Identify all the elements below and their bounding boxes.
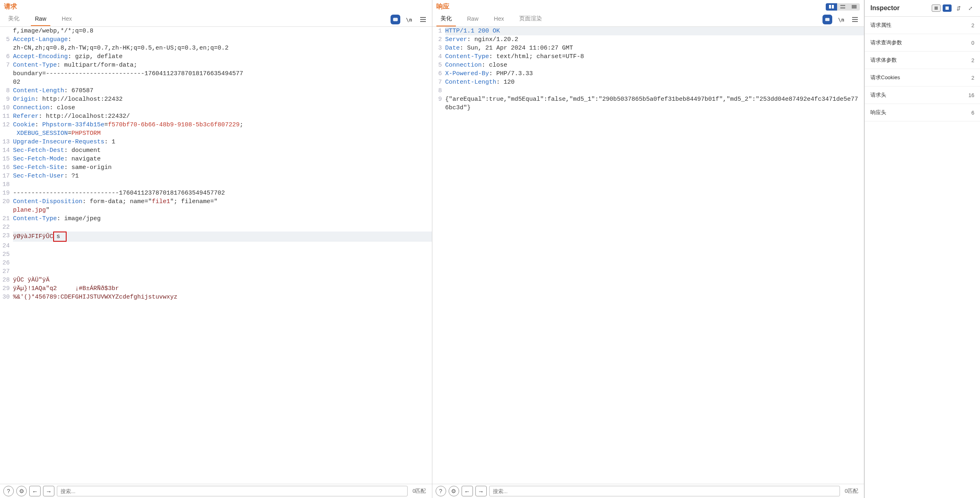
line-content: Cookie: Phpstorm-33f4b15e=f570bf70-6b66-… bbox=[13, 121, 432, 129]
code-line[interactable]: boundary=---------------------------1760… bbox=[0, 69, 432, 78]
request-tabs: 美化 Raw Hex \n bbox=[0, 13, 432, 27]
code-line[interactable]: 5Accept-Language: bbox=[0, 35, 432, 44]
line-number: 9 bbox=[432, 95, 445, 112]
line-number bbox=[0, 206, 13, 214]
code-line[interactable]: 19-----------------------------176041123… bbox=[0, 189, 432, 197]
help-icon[interactable]: ? bbox=[3, 486, 14, 496]
code-line[interactable]: 17Sec-Fetch-User: ?1 bbox=[0, 172, 432, 180]
code-line[interactable]: 25 bbox=[0, 250, 432, 259]
code-line[interactable]: 10Connection: close bbox=[0, 104, 432, 112]
code-line[interactable]: 5Connection: close bbox=[432, 61, 864, 69]
code-line[interactable]: 21Content-Type: image/jpeg bbox=[0, 214, 432, 223]
code-line[interactable]: 24 bbox=[0, 242, 432, 250]
code-line[interactable]: 23ÿØÿàJFIFÿÛCs bbox=[0, 232, 432, 242]
response-body[interactable]: 1HTTP/1.1 200 OK2Server: nginx/1.20.23Da… bbox=[432, 27, 864, 484]
tab-pretty[interactable]: 美化 bbox=[4, 13, 24, 26]
prev-icon[interactable]: ← bbox=[29, 486, 41, 496]
code-line[interactable]: 13Upgrade-Insecure-Requests: 1 bbox=[0, 138, 432, 146]
inspector-row[interactable]: 请求查询参数0 bbox=[865, 34, 980, 52]
code-line[interactable]: 30%&'()*456789:CDEFGHIJSTUVWXYZcdefghijs… bbox=[0, 293, 432, 301]
newline-toggle[interactable]: \n bbox=[404, 15, 414, 24]
next-icon[interactable]: → bbox=[43, 486, 54, 496]
code-line[interactable]: f,image/webp,*/*;q=0.8 bbox=[0, 27, 432, 35]
code-line[interactable]: zh-CN,zh;q=0.8,zh-TW;q=0.7,zh-HK;q=0.5,e… bbox=[0, 44, 432, 52]
code-line[interactable]: 16Sec-Fetch-Site: same-origin bbox=[0, 163, 432, 172]
code-line[interactable]: 7Content-Length: 120 bbox=[432, 78, 864, 87]
next-icon[interactable]: → bbox=[475, 486, 487, 496]
expand-icon[interactable]: ⇵ bbox=[954, 3, 963, 13]
svg-rect-4 bbox=[852, 5, 857, 9]
code-line[interactable]: 28ÿÛC ÿÀÜ"ÿÄ bbox=[0, 276, 432, 284]
help-icon[interactable]: ? bbox=[436, 486, 446, 496]
tab-hex[interactable]: Hex bbox=[490, 13, 508, 26]
request-search-input[interactable] bbox=[57, 486, 408, 496]
response-tab-tools: \n bbox=[822, 15, 860, 24]
code-line[interactable]: 18 bbox=[0, 180, 432, 189]
layout-rows-icon[interactable] bbox=[837, 3, 848, 11]
code-line[interactable]: 15Sec-Fetch-Mode: navigate bbox=[0, 155, 432, 163]
inspector-row[interactable]: 请求属性2 bbox=[865, 17, 980, 34]
view-columns-icon[interactable] bbox=[943, 4, 952, 12]
code-line[interactable]: 7Content-Type: multipart/form-data; bbox=[0, 61, 432, 69]
gear-icon[interactable]: ⚙ bbox=[16, 486, 27, 496]
action-icon[interactable] bbox=[822, 15, 832, 24]
tab-pretty[interactable]: 美化 bbox=[436, 13, 456, 26]
code-line[interactable]: 6Accept-Encoding: gzip, deflate bbox=[0, 52, 432, 61]
code-line[interactable]: 14Sec-Fetch-Dest: document bbox=[0, 146, 432, 155]
collapse-icon[interactable]: ⤢ bbox=[965, 3, 975, 13]
tab-render[interactable]: 页面渲染 bbox=[515, 13, 546, 26]
inspector-row[interactable]: 请求体参数2 bbox=[865, 52, 980, 69]
tab-raw[interactable]: Raw bbox=[31, 13, 50, 26]
code-line[interactable]: 2Server: nginx/1.20.2 bbox=[432, 35, 864, 44]
code-line[interactable]: 12Cookie: Phpstorm-33f4b15e=f570bf70-6b6… bbox=[0, 121, 432, 129]
prev-icon[interactable]: ← bbox=[462, 486, 473, 496]
code-line[interactable]: 02 bbox=[0, 78, 432, 87]
line-number bbox=[0, 27, 13, 35]
code-line[interactable]: 20Content-Disposition: form-data; name="… bbox=[0, 197, 432, 206]
code-line[interactable]: 8 bbox=[432, 87, 864, 95]
code-line[interactable]: 11Referer: http://localhost:22432/ bbox=[0, 112, 432, 121]
line-content: Content-Length: 670587 bbox=[13, 87, 432, 95]
code-line[interactable]: 27 bbox=[0, 267, 432, 276]
line-content: ÿØÿàJFIFÿÛCs bbox=[13, 232, 432, 242]
inspector-tools: ⇵ ⤢ bbox=[932, 3, 975, 13]
code-line[interactable]: 6X-Powered-By: PHP/7.3.33 bbox=[432, 69, 864, 78]
line-number: 6 bbox=[0, 52, 13, 61]
inspector-row[interactable]: 请求头16 bbox=[865, 87, 980, 104]
menu-icon[interactable] bbox=[418, 15, 428, 24]
inspector-row[interactable]: 请求Cookies2 bbox=[865, 69, 980, 87]
line-number: 5 bbox=[432, 61, 445, 69]
code-line[interactable]: 1HTTP/1.1 200 OK bbox=[432, 27, 864, 35]
menu-icon[interactable] bbox=[850, 15, 860, 24]
code-line[interactable]: 9{"areEqual":true,"md5Equal":false,"md5_… bbox=[432, 95, 864, 112]
inspector-row[interactable]: 响应头6 bbox=[865, 104, 980, 121]
code-line[interactable]: 3Date: Sun, 21 Apr 2024 11:06:27 GMT bbox=[432, 44, 864, 52]
code-line[interactable]: 29ÿÄµ}!1AQa"q2 ¡#B±ÁRÑð$3br bbox=[0, 284, 432, 293]
action-icon[interactable] bbox=[391, 15, 400, 24]
code-line[interactable]: plane.jpg" bbox=[0, 206, 432, 214]
tab-hex[interactable]: Hex bbox=[58, 13, 76, 26]
request-body[interactable]: f,image/webp,*/*;q=0.85Accept-Language:z… bbox=[0, 27, 432, 484]
line-number: 18 bbox=[0, 180, 13, 189]
inspector-panel: Inspector ⇵ ⤢ 请求属性2请求查询参数0请求体参数2请求Cookie… bbox=[864, 0, 980, 498]
code-line[interactable]: 26 bbox=[0, 259, 432, 267]
layout-columns-icon[interactable] bbox=[826, 3, 837, 11]
view-list-icon[interactable] bbox=[932, 4, 941, 12]
line-content: ÿÛC ÿÀÜ"ÿÄ bbox=[13, 276, 432, 284]
newline-toggle[interactable]: \n bbox=[836, 15, 846, 24]
tab-raw[interactable]: Raw bbox=[463, 13, 483, 26]
response-search-input[interactable] bbox=[489, 486, 840, 496]
code-line[interactable]: 22 bbox=[0, 223, 432, 232]
code-line[interactable]: XDEBUG_SESSION=PHPSTORM bbox=[0, 129, 432, 138]
line-number: 12 bbox=[0, 121, 13, 129]
gear-icon[interactable]: ⚙ bbox=[449, 486, 459, 496]
layout-pill-group bbox=[826, 3, 860, 11]
line-content: f,image/webp,*/*;q=0.8 bbox=[13, 27, 432, 35]
code-line[interactable]: 9Origin: http://localhost:22432 bbox=[0, 95, 432, 104]
code-line[interactable]: 8Content-Length: 670587 bbox=[0, 87, 432, 95]
layout-single-icon[interactable] bbox=[848, 3, 860, 11]
line-number: 7 bbox=[0, 61, 13, 69]
code-line[interactable]: 4Content-Type: text/html; charset=UTF-8 bbox=[432, 52, 864, 61]
request-title: 请求 bbox=[4, 2, 17, 11]
line-content: plane.jpg" bbox=[13, 206, 432, 214]
